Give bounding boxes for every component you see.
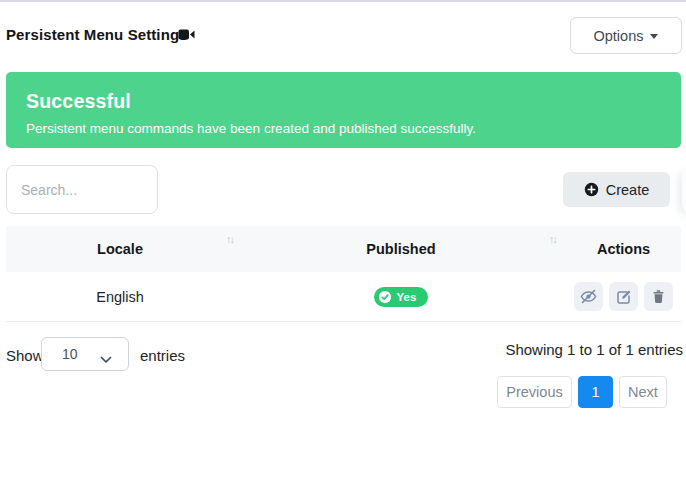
column-header-locale[interactable]: Locale [6, 226, 234, 272]
edit-pencil-icon [616, 289, 632, 305]
success-alert: Successful Persistent menu commands have… [6, 72, 681, 148]
eye-slash-icon [580, 288, 597, 305]
previous-page-button[interactable]: Previous [497, 376, 572, 408]
options-button[interactable]: Options [570, 17, 682, 54]
published-cell: Yes [266, 272, 536, 321]
sort-icon[interactable]: ↑↓ [226, 233, 233, 245]
alert-heading: Successful [26, 90, 661, 113]
create-button-label: Create [606, 182, 650, 198]
chevron-down-icon [650, 34, 658, 39]
published-yes-badge: Yes [374, 287, 429, 307]
table-row: English Yes [6, 272, 681, 322]
page-title: Persistent Menu Settings [6, 26, 188, 43]
locale-cell: English [6, 272, 234, 321]
hide-button[interactable] [574, 282, 603, 311]
column-header-actions: Actions [566, 226, 681, 272]
trash-icon [651, 289, 666, 304]
sort-icon[interactable]: ↑↓ [549, 233, 556, 245]
edit-button[interactable] [609, 282, 638, 311]
next-page-button[interactable]: Next [619, 376, 667, 408]
persistent-menu-settings-page: Persistent Menu Settings Options Success… [0, 0, 686, 501]
alert-message: Persistent menu commands have been creat… [26, 121, 661, 136]
entries-summary: Showing 1 to 1 of 1 entries [505, 341, 683, 358]
page-size-value: 10 [62, 346, 78, 362]
published-yes-label: Yes [397, 291, 417, 303]
actions-cell [566, 272, 681, 321]
entries-label: entries [140, 347, 185, 364]
page-size-select[interactable]: 10 [41, 337, 129, 371]
search-input[interactable] [6, 165, 158, 214]
video-camera-icon [178, 27, 195, 42]
create-button[interactable]: Create [563, 172, 670, 207]
check-circle-icon [378, 290, 392, 304]
table-header: Locale ↑↓ Published ↑↓ Actions [6, 226, 681, 272]
plus-circle-icon [584, 182, 599, 197]
column-header-published[interactable]: Published [266, 226, 536, 272]
cutoff-edge-element [682, 168, 686, 212]
page-1-button[interactable]: 1 [578, 376, 613, 408]
delete-button[interactable] [644, 282, 673, 311]
show-label: Show [6, 347, 44, 364]
options-button-label: Options [594, 28, 644, 44]
top-divider [0, 0, 686, 2]
